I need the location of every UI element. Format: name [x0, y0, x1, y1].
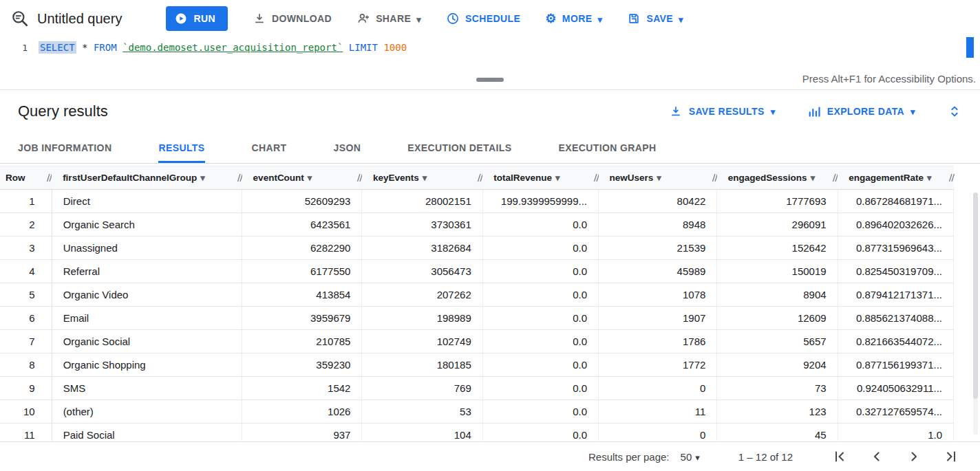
- column-label: engagementRate: [849, 173, 924, 183]
- table-scrollbar-thumb[interactable]: [973, 193, 978, 399]
- editor-scrollbar-thumb[interactable]: [966, 37, 974, 58]
- save-dropdown-icon[interactable]: ▾: [679, 15, 683, 24]
- share-button[interactable]: SHARE ▾: [356, 12, 421, 25]
- previous-page-button[interactable]: [869, 448, 885, 465]
- save-button[interactable]: SAVE ▾: [627, 12, 683, 25]
- results-table-zone: Row firstUserDefaultChannelGroup▾ eventC…: [0, 164, 980, 441]
- data-cell: 0: [599, 377, 717, 400]
- column-header-row[interactable]: Row: [0, 166, 52, 190]
- explore-data-label: EXPLORE DATA: [827, 106, 904, 117]
- data-cell: Organic Video: [52, 283, 242, 307]
- save-results-label: SAVE RESULTS: [689, 106, 765, 117]
- data-cell: 0.877156199371...: [838, 353, 953, 377]
- save-results-icon: [669, 105, 683, 118]
- data-cell: 1026: [242, 400, 362, 424]
- explore-data-dropdown-icon[interactable]: ▾: [910, 107, 915, 116]
- sql-table-reference[interactable]: `demo.demoset.user_acquisition_report`: [122, 42, 343, 53]
- save-results-button[interactable]: SAVE RESULTS ▾: [669, 105, 776, 118]
- sql-star: *: [82, 42, 87, 53]
- row-number-cell: 9: [0, 377, 52, 400]
- column-label: keyEvents: [373, 173, 419, 183]
- run-button[interactable]: RUN: [166, 6, 228, 31]
- data-cell: 1777693: [717, 190, 838, 213]
- column-header-channel-group[interactable]: firstUserDefaultChannelGroup▾: [52, 166, 242, 190]
- chevron-left-icon: [869, 448, 885, 465]
- data-cell: Email: [52, 307, 242, 330]
- data-cell: 0.896402032626...: [838, 213, 953, 237]
- results-per-page-label: Results per page:: [588, 451, 670, 463]
- sort-dropdown-icon[interactable]: ▾: [811, 173, 816, 183]
- data-cell: 0.0: [482, 237, 598, 260]
- download-button[interactable]: DOWNLOAD: [253, 12, 332, 25]
- tab-job-information[interactable]: JOB INFORMATION: [18, 132, 111, 163]
- table-row: 6Email39596791989890.01907126090.8856213…: [0, 307, 954, 330]
- row-number-cell: 8: [0, 353, 52, 377]
- row-number-cell: 4: [0, 260, 52, 283]
- data-cell: 45: [717, 424, 838, 441]
- column-header-total-revenue[interactable]: totalRevenue▾: [482, 166, 598, 190]
- data-cell: 6177550: [242, 260, 362, 283]
- data-cell: 0.0: [482, 260, 598, 283]
- bigquery-query-icon: [11, 10, 29, 28]
- sort-dropdown-icon[interactable]: ▾: [423, 173, 427, 183]
- save-results-dropdown-icon[interactable]: ▾: [771, 107, 776, 116]
- clock-icon: [446, 12, 460, 25]
- panel-resize-handle[interactable]: [476, 78, 504, 82]
- more-dropdown-icon[interactable]: ▾: [597, 15, 602, 24]
- data-cell: 52609293: [242, 190, 362, 213]
- sort-dropdown-icon[interactable]: ▾: [657, 173, 661, 183]
- data-cell: 3056473: [362, 260, 482, 283]
- schedule-button[interactable]: SCHEDULE: [446, 12, 520, 25]
- page-size-value: 50: [681, 451, 692, 463]
- column-header-engaged-sessions[interactable]: engagedSessions▾: [717, 166, 838, 190]
- more-label: MORE: [562, 13, 593, 24]
- data-cell: Referral: [52, 260, 242, 283]
- column-header-key-events[interactable]: keyEvents▾: [362, 166, 482, 190]
- sort-dropdown-icon[interactable]: ▾: [200, 173, 205, 183]
- tab-execution-details[interactable]: EXECUTION DETAILS: [407, 132, 511, 163]
- row-number-cell: 10: [0, 400, 52, 424]
- sql-code-line[interactable]: SELECT * FROM `demo.demoset.user_acquisi…: [39, 37, 407, 72]
- table-row: 1Direct5260929328002151199.9399959999...…: [0, 190, 954, 213]
- column-header-event-count[interactable]: eventCount▾: [242, 166, 362, 190]
- share-dropdown-icon[interactable]: ▾: [416, 15, 421, 24]
- explore-data-button[interactable]: EXPLORE DATA ▾: [807, 105, 915, 118]
- data-cell: 53: [362, 400, 482, 424]
- data-cell: 0.0: [482, 330, 598, 353]
- row-number-cell: 11: [0, 424, 52, 441]
- table-body: 1Direct5260929328002151199.9399959999...…: [0, 190, 954, 441]
- data-cell: Unassigned: [52, 237, 242, 260]
- data-cell: 28002151: [362, 190, 482, 213]
- sort-dropdown-icon[interactable]: ▾: [308, 173, 312, 183]
- first-page-icon: [831, 448, 848, 465]
- data-cell: 12609: [717, 307, 838, 330]
- data-cell: Organic Search: [52, 213, 242, 237]
- last-page-button[interactable]: [943, 448, 959, 465]
- tab-chart[interactable]: CHART: [252, 132, 287, 163]
- table-scrollbar-track[interactable]: [973, 193, 978, 435]
- column-header-new-users[interactable]: newUsers▾: [599, 166, 717, 190]
- sort-dropdown-icon[interactable]: ▾: [555, 173, 560, 183]
- next-page-button[interactable]: [906, 448, 922, 465]
- data-cell: 0.327127659574...: [838, 400, 953, 424]
- tab-results[interactable]: RESULTS: [158, 132, 204, 163]
- column-resize-handle[interactable]: [948, 172, 955, 186]
- data-cell: 0.0: [482, 307, 598, 330]
- column-label: firstUserDefaultChannelGroup: [63, 173, 197, 183]
- data-cell: 413854: [242, 283, 362, 307]
- page-size-dropdown[interactable]: 50 ▾: [681, 451, 700, 463]
- tab-execution-graph[interactable]: EXECUTION GRAPH: [558, 132, 656, 163]
- column-header-engagement-rate[interactable]: engagementRate▾: [838, 166, 953, 190]
- sql-editor[interactable]: 1 SELECT * FROM `demo.demoset.user_acqui…: [0, 37, 980, 72]
- data-cell: 1786: [599, 330, 717, 353]
- sort-dropdown-icon[interactable]: ▾: [927, 173, 932, 183]
- expand-collapse-button[interactable]: [947, 104, 962, 119]
- play-icon: [174, 12, 188, 25]
- more-button[interactable]: ⚙ MORE ▾: [545, 12, 602, 25]
- tab-json[interactable]: JSON: [334, 132, 361, 163]
- first-page-button[interactable]: [831, 448, 848, 465]
- person-add-icon: [356, 12, 370, 25]
- data-cell: 0: [599, 424, 717, 441]
- share-label: SHARE: [376, 13, 411, 24]
- unfold-icon: [947, 104, 962, 119]
